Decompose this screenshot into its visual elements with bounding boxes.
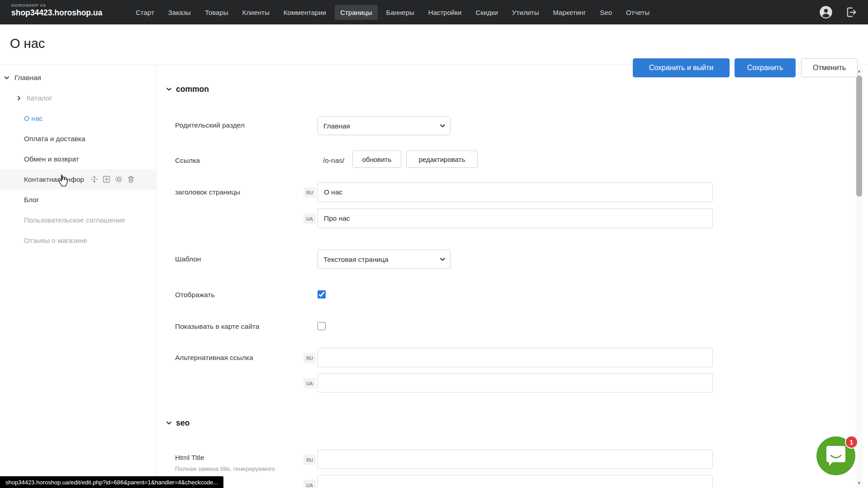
html-title-ua-input[interactable] [318, 475, 713, 488]
row-action-icons [90, 175, 135, 183]
sidebar-item-oplata-i-dostavka[interactable]: Оплата и доставка [0, 128, 156, 149]
sidebar-item-polzovatelskoe-soglashenie[interactable]: Пользовательское соглашение [0, 210, 156, 230]
sidebar-item-kontaktnaya-infor[interactable]: Контактная инфор [0, 169, 156, 190]
logo-domain-text: shop34423.horoshop.ua [11, 8, 102, 17]
template-label: Шаблон [175, 255, 201, 263]
sidebar-item-katalog[interactable]: Каталог [0, 88, 156, 108]
nav-item-banners[interactable]: Баннеры [381, 5, 420, 20]
main-menu: Старт Заказы Товары Клиенты Комментарии … [130, 0, 655, 24]
nav-item-utilities[interactable]: Утилиты [507, 5, 545, 20]
display-checkbox[interactable] [318, 290, 326, 298]
app-logo[interactable]: HOROSHOP V4 shop34423.horoshop.ua [11, 3, 102, 17]
sidebar-item-o-nas-selected[interactable]: О нас [0, 108, 156, 128]
lang-badge-ua: UA [304, 480, 316, 488]
html-title-hint: Полная замена title, генерируемого [175, 465, 275, 472]
template-select-wrap: Текстовая страница [318, 250, 451, 269]
lang-badge-ua: UA [304, 378, 316, 389]
html-title-ru-input[interactable] [318, 450, 713, 469]
save-button[interactable]: Сохранить [735, 58, 796, 77]
chat-bubble-icon [825, 445, 846, 467]
nav-item-products[interactable]: Товары [199, 5, 234, 20]
sidebar-item-label: Главная [14, 74, 41, 82]
parent-section-select[interactable]: Главная [318, 116, 451, 135]
move-icon[interactable] [90, 175, 98, 183]
chat-notification-badge: 1 [845, 436, 858, 449]
content-scrollbar[interactable]: ▲ ▼ [855, 66, 863, 488]
logout-icon[interactable] [844, 5, 858, 19]
sitemap-checkbox[interactable] [318, 322, 326, 330]
link-preview-statusbar: shop34423.horoshop.ua/edit/edit.php?id=6… [0, 476, 223, 488]
logo-version-text: HOROSHOP V4 [11, 3, 102, 8]
nav-item-discounts[interactable]: Скидки [470, 5, 503, 20]
page-header: О нас Сохранить и выйти Сохранить Отмени… [0, 24, 868, 65]
save-and-exit-button[interactable]: Сохранить и выйти [633, 58, 730, 77]
sidebar-item-label: Пользовательское соглашение [24, 216, 125, 224]
section-common-title: common [176, 85, 209, 94]
alt-link-ua-input[interactable] [318, 373, 713, 393]
sidebar-item-label: Оплата и доставка [24, 135, 85, 143]
link-path-value: /o-nas/ [323, 156, 344, 165]
nav-item-settings[interactable]: Настройки [423, 5, 467, 20]
alt-link-label: Альтернативная ссылка [175, 354, 253, 362]
lang-badge-ru: RU [304, 353, 316, 363]
lang-badge-ua: UA [304, 213, 316, 224]
lang-badge-ru: RU [304, 187, 316, 198]
chevron-down-icon [166, 420, 172, 426]
page-title: О нас [10, 36, 45, 51]
nav-item-marketing[interactable]: Маркетинг [547, 5, 591, 20]
link-edit-button[interactable]: редактировать [406, 151, 478, 168]
link-label: Ссылка [175, 156, 200, 165]
scrollbar-down-arrow[interactable]: ▼ [855, 479, 863, 487]
display-label: Отображать [175, 291, 215, 299]
settings-gear-icon[interactable] [115, 175, 123, 183]
nav-item-orders[interactable]: Заказы [163, 5, 196, 20]
add-page-icon[interactable] [103, 175, 110, 183]
pages-tree-sidebar: Главная Каталог О нас Оплата и доставка … [0, 66, 157, 488]
page-title-label: заголовок страницы [175, 188, 240, 196]
sidebar-item-blog[interactable]: Блог [0, 190, 156, 210]
nav-item-reports[interactable]: Отчеты [621, 5, 655, 20]
status-url-text: shop34423.horoshop.ua/edit/edit.php?id=6… [5, 479, 218, 486]
section-seo-title: seo [176, 418, 190, 428]
sidebar-item-label: О нас [24, 114, 43, 123]
html-title-label: Html Title [175, 454, 204, 462]
sidebar-item-obmen-i-vozvrat[interactable]: Обмен и возврат [0, 149, 156, 169]
sidebar-item-label: Отзывы о магазине [24, 237, 87, 245]
sidebar-item-glavnaya[interactable]: Главная [0, 67, 156, 88]
lang-badge-ru: RU [304, 455, 316, 465]
nav-item-comments[interactable]: Комментарии [278, 5, 332, 20]
link-refresh-button[interactable]: обновить [352, 151, 401, 168]
delete-trash-icon[interactable] [127, 175, 135, 183]
scrollbar-thumb[interactable] [856, 76, 862, 197]
chevron-down-icon [166, 86, 172, 92]
sidebar-item-label: Контактная инфор [24, 175, 84, 184]
page-title-ru-input[interactable] [318, 182, 713, 202]
section-seo-header[interactable]: seo [166, 418, 190, 428]
sidebar-item-label: Каталог [27, 94, 52, 102]
chat-widget-button[interactable]: 1 [816, 436, 855, 475]
alt-link-ru-input[interactable] [318, 348, 713, 367]
page-edit-form: common Родительский раздел Главная Ссылк… [157, 66, 868, 488]
section-common-header[interactable]: common [166, 85, 209, 94]
chevron-right-icon[interactable] [16, 95, 22, 101]
chevron-down-icon[interactable] [4, 75, 10, 81]
parent-section-label: Родительский раздел [175, 121, 245, 129]
nav-item-seo[interactable]: Seo [594, 5, 617, 20]
page-title-ua-input[interactable] [318, 208, 713, 228]
sidebar-item-label: Обмен и возврат [24, 155, 79, 163]
nav-item-start[interactable]: Старт [130, 5, 160, 20]
parent-section-select-wrap: Главная [318, 116, 451, 135]
nav-item-clients[interactable]: Клиенты [237, 5, 275, 20]
cancel-button[interactable]: Отменить [801, 58, 858, 77]
nav-item-pages[interactable]: Страницы [335, 5, 377, 20]
sidebar-item-otzyvy-o-magazine[interactable]: Отзывы о магазине [0, 230, 156, 251]
sitemap-label: Показывать в карте сайта [175, 322, 259, 331]
top-navbar: HOROSHOP V4 shop34423.horoshop.ua Старт … [0, 0, 868, 24]
template-select[interactable]: Текстовая страница [318, 250, 451, 269]
account-icon[interactable] [819, 5, 833, 19]
sidebar-item-label: Блог [24, 196, 39, 204]
